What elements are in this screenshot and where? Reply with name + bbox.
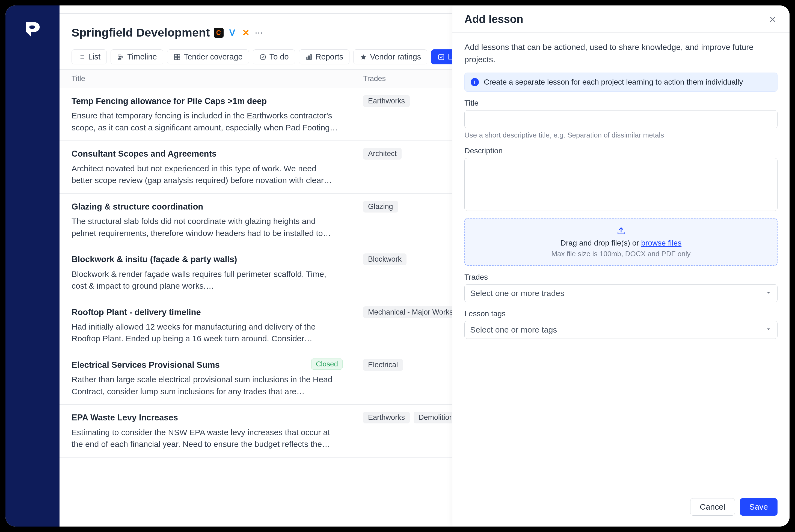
panel-footer: Cancel Save [452,491,790,527]
cell-title: Electrical Services Provisional SumsRath… [59,352,351,404]
main-area: Springfield Development C V ✕ ⋯ $37,000,… [59,5,790,527]
grid-icon [173,53,181,61]
tab-reports-label: Reports [316,52,344,61]
cell-title: Temp Fencing allowance for Pile Caps >1m… [59,88,351,140]
lesson-title: Rooftop Plant - delivery timeline [72,306,339,318]
cell-title: Consultant Scopes and AgreementsArchitec… [59,141,351,193]
trade-chip: Mechanical - Major Works [363,306,458,318]
lesson-title: Glazing & structure coordination [72,201,339,212]
left-rail [5,5,59,527]
field-group-trades: Trades Select one or more trades [464,273,778,302]
list-icon [78,53,86,61]
check-circle-icon [259,53,267,61]
more-icon[interactable]: ⋯ [255,28,263,37]
panel-header: Add lesson [452,5,790,33]
cancel-button[interactable]: Cancel [690,498,735,516]
file-dropzone[interactable]: Drag and drop file(s) or browse files Ma… [464,218,778,266]
partner-logo-x[interactable]: ✕ [241,28,251,38]
tab-list[interactable]: List [72,50,107,64]
browse-files-link[interactable]: browse files [641,239,681,247]
svg-rect-8 [119,56,123,58]
info-banner-text: Create a separate lesson for each projec… [484,78,743,87]
svg-rect-9 [119,58,121,59]
tab-list-label: List [88,52,100,61]
lesson-desc: Rather than large scale electrical provi… [72,374,339,397]
panel-title: Add lesson [464,13,523,25]
cell-title: Glazing & structure coordinationThe stru… [59,194,351,246]
filedrop-sub: Max file size is 100mb, DOCX and PDF onl… [551,250,690,258]
field-group-tags: Lesson tags Select one or more tags [464,309,778,339]
tab-reports[interactable]: Reports [299,50,350,64]
tab-vendor-ratings-label: Vendor ratings [370,52,421,61]
info-icon: i [471,78,479,86]
lesson-desc: Blockwork & render façade walls requires… [72,268,339,292]
close-icon[interactable] [768,15,778,24]
chevron-down-icon [765,289,772,298]
svg-rect-7 [118,55,121,56]
filedrop-text: Drag and drop file(s) or browse files [560,239,682,247]
check-badge-icon [437,53,445,61]
lesson-title: Blockwork & insitu (façade & party walls… [72,253,339,265]
lesson-title: EPA Waste Levy Increases [72,412,339,423]
trade-chip: Electrical [363,359,403,371]
tags-select[interactable]: Select one or more tags [464,321,778,339]
tab-todo[interactable]: To do [253,50,295,64]
title-input[interactable] [464,110,778,128]
tab-tender-coverage[interactable]: Tender coverage [167,50,249,64]
trade-chip: Architect [363,148,402,159]
cell-title: EPA Waste Levy IncreasesEstimating to co… [59,404,351,457]
filedrop-text-pre: Drag and drop file(s) or [560,239,641,247]
svg-rect-17 [310,55,311,59]
timeline-icon [117,53,125,61]
partner-logo-c[interactable]: C [214,28,224,38]
chart-icon [305,53,313,61]
field-group-title: Title Use a short descriptive title, e.g… [464,99,778,139]
project-title: Springfield Development [72,26,210,39]
info-banner: i Create a separate lesson for each proj… [464,73,778,92]
tags-label: Lesson tags [464,309,778,318]
column-header-title: Title [59,70,351,88]
save-button[interactable]: Save [740,498,778,516]
trade-chip: Earthworks [363,412,410,423]
lesson-title: Temp Fencing allowance for Pile Caps >1m… [72,95,339,107]
cell-title: Blockwork & insitu (façade & party walls… [59,246,351,299]
description-label: Description [464,147,778,155]
trades-placeholder: Select one or more trades [470,289,564,298]
trades-select[interactable]: Select one or more trades [464,284,778,302]
svg-rect-16 [308,56,309,59]
tab-timeline[interactable]: Timeline [111,50,163,64]
field-group-description: Description [464,147,778,211]
title-help: Use a short descriptive title, e.g. Sepa… [464,131,778,139]
svg-point-14 [260,54,266,60]
trade-chip: Demolition [413,412,458,423]
cell-title: Rooftop Plant - delivery timelineHad ini… [59,299,351,352]
project-title-group: Springfield Development C V ✕ ⋯ [72,26,263,39]
brand-logo[interactable] [21,18,44,41]
trades-label: Trades [464,273,778,282]
svg-rect-0 [29,25,35,28]
svg-rect-12 [174,57,177,60]
lesson-title: Electrical Services Provisional Sums [72,359,339,371]
trade-chip: Blockwork [363,253,407,265]
status-badge: Closed [311,359,343,370]
svg-rect-18 [439,54,444,60]
svg-rect-13 [178,57,180,60]
tab-todo-label: To do [270,52,289,61]
partner-logo-v[interactable]: V [227,28,237,38]
tab-vendor-ratings[interactable]: Vendor ratings [353,50,427,64]
trade-chip: Glazing [363,201,398,212]
title-label: Title [464,99,778,108]
lesson-desc: Had initially allowed 12 weeks for manuf… [72,321,339,345]
svg-rect-11 [178,54,180,57]
lesson-title: Consultant Scopes and Agreements [72,148,339,159]
app-frame: Springfield Development C V ✕ ⋯ $37,000,… [5,5,790,527]
lesson-desc: Estimating to consider the NSW EPA waste… [72,426,339,450]
svg-rect-10 [174,54,177,57]
lesson-desc: Architect novated but not experienced in… [72,163,339,186]
chevron-down-icon [765,325,772,335]
lesson-desc: The structural slab folds did not coordi… [72,215,339,239]
add-lesson-panel: Add lesson Add lessons that can be actio… [452,5,790,527]
tab-timeline-label: Timeline [127,52,157,61]
description-input[interactable] [464,158,778,211]
upload-icon [616,226,626,236]
